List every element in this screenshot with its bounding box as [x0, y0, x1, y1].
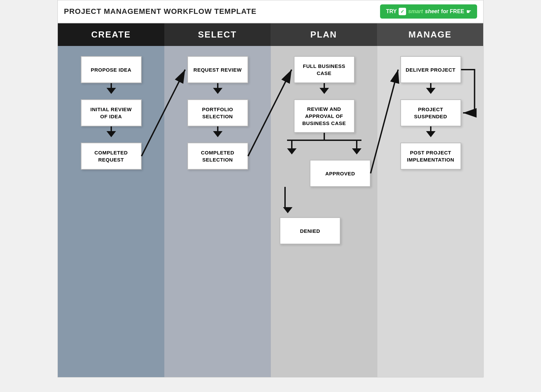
manage-lane: DELIVER PROJECT PROJECT SUSPENDED POST P…: [377, 46, 484, 377]
col-header-plan: PLAN: [270, 23, 377, 46]
portfolio-selection-box: PORTFOLIO SELECTION: [187, 99, 248, 126]
arrow-down-1: [107, 88, 116, 94]
arrow-down-7: [426, 131, 436, 137]
denied-branch: [287, 141, 297, 160]
arrow-line-2: [111, 126, 112, 131]
arrow-denied-final: [283, 207, 292, 213]
for-free-text: for FREE: [441, 8, 464, 15]
check-icon: ✓: [399, 8, 406, 15]
sheet-text: sheet: [425, 8, 439, 15]
arrow-line-4: [217, 126, 218, 131]
select-lane: REQUEST REVIEW PORTFOLIO SELECTION COMPL…: [164, 46, 271, 377]
plan-lane: FULL BUSINESS CASE REVIEW AND APPROVAL O…: [271, 46, 377, 377]
arrow-down-approved: [352, 148, 361, 154]
smartsheet-button[interactable]: TRY ✓ smartsheet for FREE ☛: [380, 4, 477, 19]
review-approval-box: REVIEW AND APPROVAL OF BUSINESS CASE: [294, 99, 355, 133]
arrow-line-3: [217, 83, 218, 88]
branch-vline: [324, 133, 325, 140]
cursor-icon: ☛: [466, 8, 471, 15]
arrow-down-6: [426, 88, 436, 94]
arrow-line-6: [430, 83, 431, 88]
smart-text: smart: [408, 8, 423, 15]
branch-split: [287, 141, 361, 160]
try-text: TRY: [386, 8, 397, 15]
request-review-box: REQUEST REVIEW: [187, 56, 248, 83]
denied-box: DENIED: [280, 217, 340, 244]
arrow-line-7: [430, 126, 431, 131]
post-project-box: POST PROJECT IMPLEMENTATION: [400, 143, 461, 170]
col-header-manage: MANAGE: [377, 23, 484, 46]
column-headers: CREATE SELECT PLAN MANAGE: [58, 23, 483, 46]
main-container: PROJECT MANAGEMENT WORKFLOW TEMPLATE TRY…: [57, 0, 484, 377]
completed-request-box: COMPLETED REQUEST: [81, 143, 142, 170]
arrow-down-3: [213, 88, 222, 94]
workflow-area: PROPOSE IDEA INITIAL REVIEW OF IDEA COMP…: [58, 46, 484, 377]
approved-box: APPROVED: [310, 160, 371, 187]
propose-idea-box: PROPOSE IDEA: [81, 56, 142, 83]
create-lane: PROPOSE IDEA INITIAL REVIEW OF IDEA COMP…: [58, 46, 164, 377]
arrow-line-5: [324, 83, 325, 88]
approved-branch: [352, 141, 361, 160]
workflow-lanes: PROPOSE IDEA INITIAL REVIEW OF IDEA COMP…: [58, 46, 484, 377]
col-header-create: CREATE: [58, 23, 164, 46]
branch-container: APPROVED DENIED: [274, 133, 374, 244]
denied-box-container: DENIED: [280, 207, 340, 244]
deliver-project-box: DELIVER PROJECT: [400, 56, 461, 83]
initial-review-box: INITIAL REVIEW OF IDEA: [81, 99, 142, 126]
arrow-down-denied: [287, 148, 297, 154]
arrow-down-2: [107, 131, 116, 137]
top-bar: PROJECT MANAGEMENT WORKFLOW TEMPLATE TRY…: [58, 0, 483, 23]
arrow-line-1: [111, 83, 112, 88]
approved-vline: [356, 142, 357, 148]
long-vline-denied: [284, 187, 286, 207]
denied-vline: [291, 142, 292, 148]
page-title: PROJECT MANAGEMENT WORKFLOW TEMPLATE: [64, 7, 257, 16]
col-header-select: SELECT: [164, 23, 271, 46]
arrow-down-4: [213, 131, 222, 137]
completed-selection-box: COMPLETED SELECTION: [187, 143, 248, 170]
arrow-down-5: [320, 88, 329, 94]
full-business-case-box: FULL BUSINESS CASE: [294, 56, 355, 83]
approved-box-container: APPROVED: [310, 160, 371, 187]
project-suspended-box: PROJECT SUSPENDED: [400, 99, 461, 126]
